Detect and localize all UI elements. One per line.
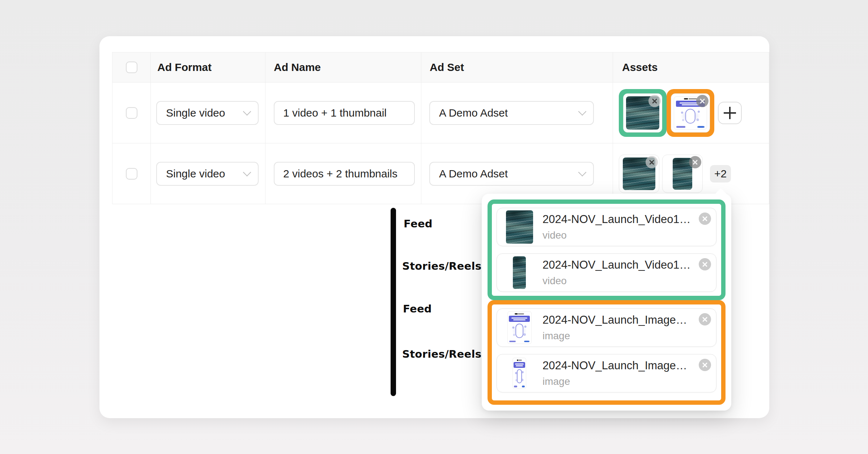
ad-format-select[interactable]: Single video <box>156 162 259 186</box>
annotation-label-stories-reels: Stories/Reels <box>402 260 481 272</box>
header-ad-format: Ad Format <box>150 52 265 82</box>
chevron-down-icon <box>578 108 587 116</box>
close-icon <box>696 95 709 107</box>
asset-list-item: 2024-NOV_Launch_Image1… image <box>497 354 716 392</box>
ad-set-select[interactable]: A Demo Adset <box>429 162 594 186</box>
add-asset-button[interactable] <box>718 102 742 124</box>
asset-chip[interactable] <box>662 155 703 193</box>
video-thumbnail <box>513 256 526 289</box>
ad-format-value: Single video <box>166 107 225 119</box>
close-icon <box>689 156 701 168</box>
close-icon <box>699 213 711 225</box>
remove-asset-button[interactable] <box>696 95 709 107</box>
remove-asset-button[interactable] <box>699 258 711 270</box>
remove-asset-button[interactable] <box>699 359 711 371</box>
image-thumbnail <box>507 311 532 344</box>
popup-arrow <box>715 188 727 194</box>
remove-asset-button[interactable] <box>648 95 661 107</box>
asset-type-label: video <box>542 230 691 241</box>
header-ad-set: Ad Set <box>421 52 613 82</box>
close-icon <box>646 156 658 168</box>
ad-name-input[interactable] <box>274 101 415 125</box>
close-icon <box>699 313 711 325</box>
chevron-down-icon <box>243 108 251 116</box>
ad-name-input[interactable] <box>274 162 415 186</box>
chevron-down-icon <box>243 168 251 177</box>
table-row: Single video A Demo Adset <box>112 82 769 143</box>
asset-list-item: 2024-NOV_Launch_Video1… video <box>497 208 716 246</box>
close-icon <box>699 359 711 371</box>
chevron-down-icon <box>578 168 587 177</box>
asset-group-videos: 2024-NOV_Launch_Video1… video 2024-NOV_L… <box>488 199 726 300</box>
remove-asset-button[interactable] <box>646 156 658 168</box>
annotation-label-feed: Feed <box>404 218 433 230</box>
annotation-label-stories-reels: Stories/Reels <box>402 348 481 360</box>
remove-asset-button[interactable] <box>689 156 701 168</box>
row-checkbox[interactable] <box>126 107 137 119</box>
close-icon <box>648 95 661 107</box>
asset-chip[interactable] <box>623 93 662 133</box>
asset-chip-highlight-orange <box>667 89 714 137</box>
video-thumbnail <box>506 210 533 244</box>
annotation-vertical-line <box>391 208 396 396</box>
asset-list-item: 2024-NOV_Launch_Video1… video <box>497 253 716 292</box>
select-all-checkbox[interactable] <box>126 62 137 73</box>
assets-popup: 2024-NOV_Launch_Video1… video 2024-NOV_L… <box>482 194 731 411</box>
asset-list-item: 2024-NOV_Launch_Image1… image <box>497 308 716 347</box>
image-thumbnail <box>512 358 526 389</box>
screen: Ad Format Ad Name Ad Set Assets Single v… <box>0 0 868 454</box>
asset-title: 2024-NOV_Launch_Video1… <box>542 258 691 272</box>
asset-chip[interactable] <box>671 93 710 133</box>
ad-set-value: A Demo Adset <box>439 107 508 119</box>
ad-set-value: A Demo Adset <box>439 168 508 180</box>
more-assets-badge[interactable]: +2 <box>710 165 731 182</box>
asset-type-label: image <box>542 376 693 387</box>
header-assets: Assets <box>613 52 770 82</box>
header-select-all-cell <box>112 52 150 82</box>
ad-format-value: Single video <box>166 168 225 180</box>
ad-format-select[interactable]: Single video <box>156 101 259 125</box>
asset-type-label: image <box>542 330 693 342</box>
asset-type-label: video <box>542 275 691 287</box>
asset-group-images: 2024-NOV_Launch_Image1… image 2024-NOV_L… <box>488 300 726 405</box>
annotation-label-feed: Feed <box>403 303 432 315</box>
asset-title: 2024-NOV_Launch_Image1… <box>542 359 693 372</box>
row-checkbox[interactable] <box>126 168 137 180</box>
ad-set-select[interactable]: A Demo Adset <box>429 101 594 125</box>
asset-title: 2024-NOV_Launch_Video1… <box>542 213 691 226</box>
remove-asset-button[interactable] <box>699 313 711 325</box>
header-ad-name: Ad Name <box>265 52 421 82</box>
ads-table: Ad Format Ad Name Ad Set Assets Single v… <box>112 52 769 204</box>
close-icon <box>699 258 711 270</box>
asset-title: 2024-NOV_Launch_Image1… <box>542 314 693 327</box>
table-header-row: Ad Format Ad Name Ad Set Assets <box>112 52 769 82</box>
asset-chip-highlight-green <box>619 89 667 137</box>
remove-asset-button[interactable] <box>699 213 711 225</box>
asset-chip[interactable] <box>619 155 659 193</box>
